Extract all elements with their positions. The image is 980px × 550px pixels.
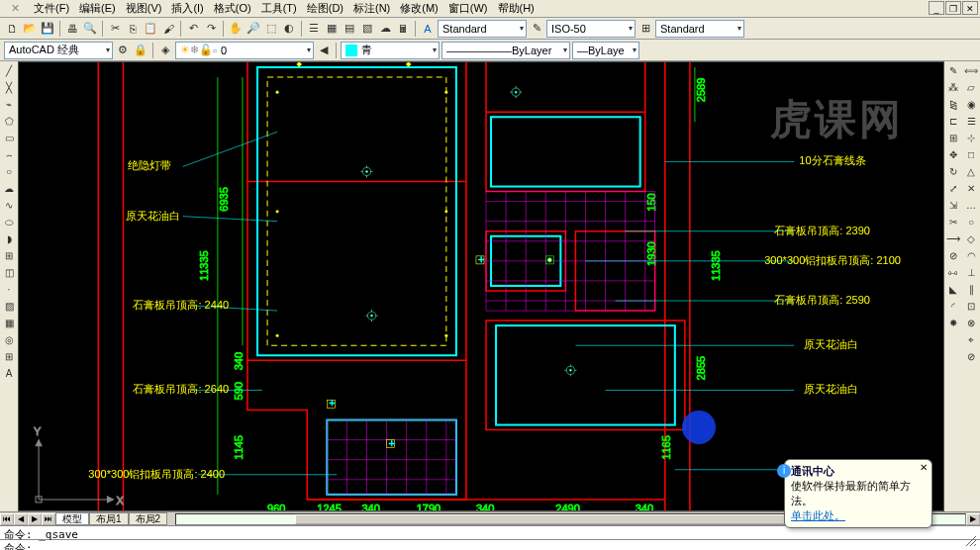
notify-link[interactable]: 单击此处。 [791,509,845,521]
cut-icon[interactable]: ✂ [107,21,123,37]
resize-grip-icon[interactable] [964,534,978,548]
restore-button[interactable]: ❐ [945,1,961,15]
tab-layout1[interactable]: 布局1 [89,512,129,525]
line-tool-icon[interactable]: ╱ [2,63,17,78]
layer-prev-icon[interactable]: ◀ [316,43,332,58]
explode-icon[interactable]: ✸ [946,316,961,330]
stretch-icon[interactable]: ⇲ [946,198,961,213]
menu-draw[interactable]: 绘图(D) [304,0,346,17]
mtext-tool-icon[interactable]: A [2,366,17,381]
trim-icon[interactable]: ✂ [946,215,961,229]
menu-tools[interactable]: 工具(T) [258,0,300,17]
pan-icon[interactable]: ✋ [228,21,244,37]
menu-dim[interactable]: 标注(N) [350,0,393,17]
circle-tool-icon[interactable]: ○ [2,164,17,179]
paste-icon[interactable]: 📋 [143,21,158,37]
markup-icon[interactable]: ☁ [377,21,393,37]
close-button[interactable]: ✕ [962,1,978,15]
region2-icon[interactable]: ◉ [964,97,979,112]
tp-icon[interactable]: ▤ [342,21,357,37]
ws-lock-icon[interactable]: 🔒 [133,43,148,58]
table-style-dropdown[interactable]: Standard [655,20,744,38]
workspace-dropdown[interactable]: AutoCAD 经典 [4,42,113,59]
tbl-style-icon[interactable]: ⊞ [637,21,653,37]
redo-icon[interactable]: ↷ [203,21,219,37]
chamfer-icon[interactable]: ◣ [946,282,961,297]
insert-tool-icon[interactable]: ⊞ [2,248,17,263]
scale-icon[interactable]: ⤢ [946,181,961,196]
open-icon[interactable]: 📂 [22,21,38,37]
erase-icon[interactable]: ✎ [946,63,961,78]
menu-insert[interactable]: 插入(I) [168,0,206,17]
menu-window[interactable]: 窗口(W) [445,0,491,17]
menu-help[interactable]: 帮助(H) [495,0,538,17]
linetype-dropdown[interactable]: —————— ByLayer [441,42,570,59]
osnap-per-icon[interactable]: ⊥ [964,265,979,280]
tab-model[interactable]: 模型 [55,512,89,525]
notify-close-icon[interactable]: ✕ [920,462,928,473]
match-icon[interactable]: 🖌 [160,21,176,37]
text-style-icon[interactable]: A [420,21,436,37]
osnap-nea-icon[interactable]: ⌖ [964,332,979,347]
list-icon[interactable]: ☰ [964,114,979,129]
print-icon[interactable]: 🖶 [64,21,80,37]
spline-tool-icon[interactable]: ∿ [2,198,17,213]
zoom-icon[interactable]: 🔎 [245,21,261,37]
menu-file[interactable]: 文件(F) [31,0,72,17]
ws-settings-icon[interactable]: ⚙ [115,43,131,58]
pline-tool-icon[interactable]: ⌁ [2,97,17,112]
zoom-window-icon[interactable]: ⬚ [263,21,279,37]
break-icon[interactable]: ⊘ [946,248,961,263]
ellipsearc-tool-icon[interactable]: ◗ [2,231,17,246]
drawing-canvas[interactable]: 6935 11335 960 1245 340 1790 340 2490 34… [18,61,944,511]
osnap-none-icon[interactable]: ⊘ [964,349,979,364]
mirror-icon[interactable]: ⧎ [946,97,961,112]
osnap-tan-icon[interactable]: ◠ [964,248,979,263]
join-icon[interactable]: ⧟ [946,265,961,280]
area-icon[interactable]: ▱ [964,80,979,95]
array-icon[interactable]: ⊞ [946,131,961,145]
table-tool-icon[interactable]: ⊞ [2,349,17,364]
osnap-ext-icon[interactable]: … [964,198,979,213]
move-icon[interactable]: ✥ [946,147,961,162]
osnap-int-icon[interactable]: ✕ [964,181,979,196]
tab-next-icon[interactable]: ▶ [28,513,42,525]
calc-icon[interactable]: 🖩 [395,21,411,37]
dim-style-icon[interactable]: ✎ [529,21,544,37]
dc-icon[interactable]: ▦ [324,21,340,37]
new-icon[interactable]: 🗋 [4,21,20,37]
osnap-qua-icon[interactable]: ◇ [964,231,979,246]
menu-edit[interactable]: 编辑(E) [76,0,119,17]
layer-mgr-icon[interactable]: ◈ [157,43,173,58]
xline-tool-icon[interactable]: ╳ [2,80,17,95]
zoom-prev-icon[interactable]: ◐ [281,21,297,37]
extend-icon[interactable]: ⟶ [946,231,961,246]
osnap-nod-icon[interactable]: ⊗ [964,316,979,330]
osnap-ins-icon[interactable]: ⊡ [964,299,979,314]
hatch-tool-icon[interactable]: ▨ [2,299,17,314]
save-icon[interactable]: 💾 [40,21,55,37]
copy-icon[interactable]: ⎘ [125,21,141,37]
osnap-mid-icon[interactable]: △ [964,164,979,179]
text-style-dropdown[interactable]: Standard [438,20,527,38]
ssm-icon[interactable]: ▧ [359,21,375,37]
command-input[interactable]: 命令: [0,539,980,550]
ellipse-tool-icon[interactable]: ⬭ [2,215,17,229]
offset-icon[interactable]: ⊏ [946,114,961,129]
osnap-par-icon[interactable]: ∥ [964,282,979,297]
undo-icon[interactable]: ↶ [185,21,201,37]
layer-dropdown[interactable]: ☀❄🔓▫ 0 [175,42,314,59]
polygon-tool-icon[interactable]: ⬠ [2,114,17,129]
tab-layout2[interactable]: 布局2 [129,512,168,525]
rect-tool-icon[interactable]: ▭ [2,131,17,145]
point-tool-icon[interactable]: · [2,282,17,297]
gradient-tool-icon[interactable]: ▦ [2,316,17,330]
menu-modify[interactable]: 修改(M) [397,0,441,17]
rotate-icon[interactable]: ↻ [946,164,961,179]
menu-view[interactable]: 视图(V) [123,0,165,17]
osnap-cen-icon[interactable]: ○ [964,215,979,229]
tab-last-icon[interactable]: ⏭ [42,513,55,525]
tab-prev-icon[interactable]: ◀ [14,513,28,525]
id-icon[interactable]: ⊹ [964,131,979,145]
tab-first-icon[interactable]: ⏮ [0,513,14,525]
